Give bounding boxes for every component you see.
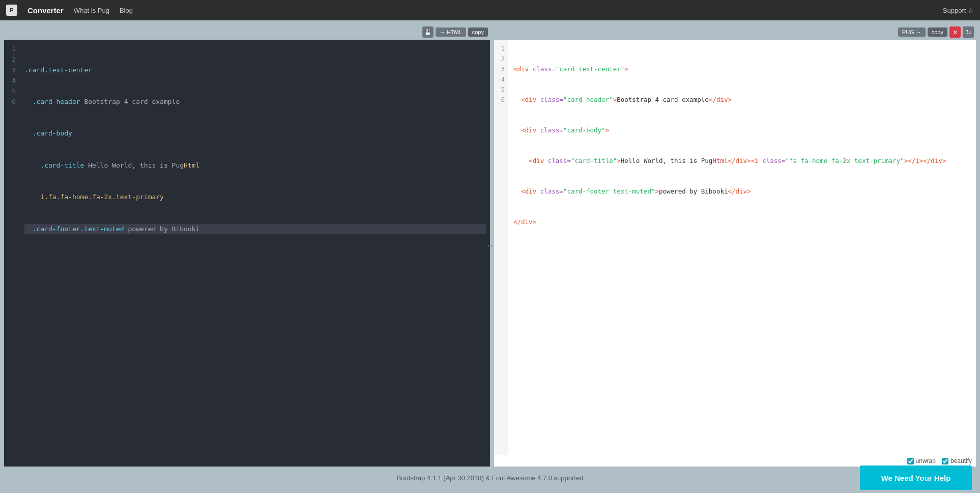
beautify-checkbox[interactable] [942, 458, 948, 464]
beautify-option[interactable]: beautify [942, 457, 972, 464]
html-editor-inner: 1 2 3 4 5 6 <div class="card text-center… [494, 40, 976, 455]
html-code-content[interactable]: <div class="card text-center"> <div clas… [508, 40, 976, 455]
right-toolbar: PUG → copy ✕ ↻ [494, 24, 976, 40]
html-line-5: <div class="card-footer text-muted">powe… [513, 186, 972, 197]
pug-line-1: .card.text-center [24, 65, 486, 76]
bottom-support-text: Bootstrap 4.1.1 (Apr 30 2018) & Font Awe… [10, 474, 970, 482]
html-line-num: 3 [498, 64, 505, 74]
unwrap-option[interactable]: unwrap [907, 457, 936, 464]
nav-what-is-pug[interactable]: What is Pug [74, 7, 109, 14]
html-line-numbers: 1 2 3 4 5 6 [494, 40, 508, 455]
editors-row: 💾 → HTML copy 1 2 3 4 5 6 .card.text-cen… [4, 24, 976, 467]
html-line-num: 4 [498, 74, 505, 85]
editor-divider[interactable]: ⋮ [490, 24, 494, 467]
line-num: 2 [8, 54, 16, 65]
pug-editor[interactable]: 1 2 3 4 5 6 .card.text-center .card-head… [4, 40, 490, 467]
pug-code-content[interactable]: .card.text-center .card-header Bootstrap… [19, 40, 490, 467]
refresh-button[interactable]: ↻ [963, 26, 974, 38]
right-panel: PUG → copy ✕ ↻ 1 2 3 4 5 6 <div clas [494, 24, 976, 467]
html-line-2: <div class="card-header">Bootstrap 4 car… [513, 95, 972, 105]
html-copy-button[interactable]: copy [928, 28, 947, 37]
nav-support[interactable]: Support ☆ [943, 7, 974, 14]
main-area: 💾 → HTML copy 1 2 3 4 5 6 .card.text-cen… [0, 20, 980, 493]
pug-line-numbers: 1 2 3 4 5 6 [4, 40, 19, 467]
app-brand: Converter [27, 6, 64, 15]
left-panel: 💾 → HTML copy 1 2 3 4 5 6 .card.text-cen… [4, 24, 490, 467]
bottom-bar: Bootstrap 4.1.1 (Apr 30 2018) & Font Awe… [4, 467, 976, 489]
nav-blog[interactable]: Blog [120, 7, 133, 14]
convert-to-html-button[interactable]: → HTML [436, 28, 466, 37]
navbar: P Converter What is Pug Blog Support ☆ [0, 0, 980, 20]
convert-to-pug-button[interactable]: PUG → [898, 28, 926, 37]
line-num: 5 [8, 86, 16, 97]
html-line-num: 6 [498, 95, 505, 105]
save-button[interactable]: 💾 [422, 26, 434, 38]
app-logo: P [6, 5, 17, 16]
unwrap-checkbox[interactable] [907, 458, 914, 464]
html-editor[interactable]: 1 2 3 4 5 6 <div class="card text-center… [494, 40, 976, 455]
html-line-num: 2 [498, 54, 505, 64]
pug-editor-inner: 1 2 3 4 5 6 .card.text-center .card-head… [4, 40, 490, 467]
unwrap-label: unwrap [916, 457, 936, 464]
cta-button[interactable]: We Need Your Help [860, 465, 972, 490]
beautify-label: beautify [950, 457, 972, 464]
line-num: 3 [8, 65, 16, 76]
pug-line-4: .card-title Hello World, this is PugHtml [24, 160, 486, 171]
html-line-4: <div class="card-title">Hello World, thi… [513, 156, 972, 166]
html-line-num: 5 [498, 85, 505, 95]
line-num: 1 [8, 44, 16, 54]
pug-line-5: i.fa.fa-home.fa-2x.text-primary [24, 192, 486, 203]
line-num: 6 [8, 97, 16, 107]
pug-line-6: .card-footer.text-muted powered by Biboo… [24, 224, 486, 235]
html-line-3: <div class="card-body"> [513, 125, 972, 135]
pug-line-2: .card-header Bootstrap 4 card example [24, 97, 486, 107]
logo-text: P [10, 7, 13, 13]
pug-line-3: .card-body [24, 128, 486, 139]
close-button[interactable]: ✕ [949, 26, 961, 38]
pug-copy-button[interactable]: copy [468, 28, 488, 37]
html-options-bar: unwrap beautify [494, 455, 976, 467]
line-num: 4 [8, 75, 16, 86]
html-line-num: 1 [498, 44, 505, 54]
html-line-1: <div class="card text-center"> [513, 64, 972, 74]
html-line-6: </div> [513, 217, 972, 227]
left-toolbar: 💾 → HTML copy [4, 24, 490, 40]
